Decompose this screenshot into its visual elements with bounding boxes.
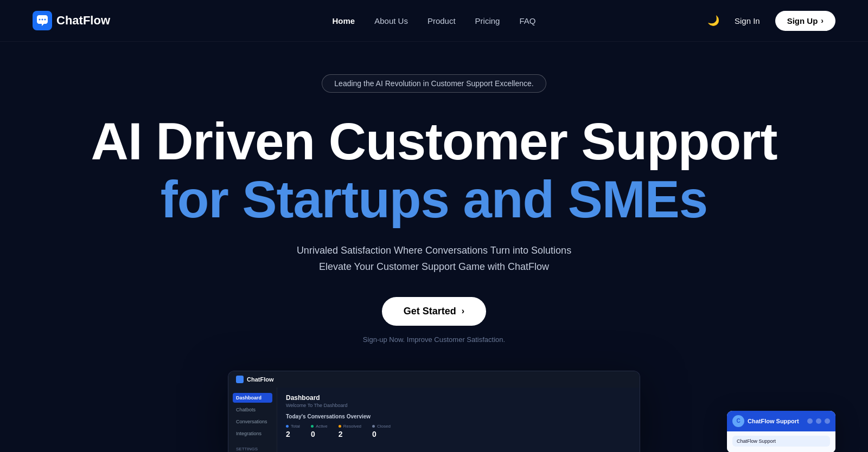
hero-section: Leading the AI Revolution in Customer Su… xyxy=(0,42,868,344)
nav-link-faq[interactable]: FAQ xyxy=(519,16,535,25)
db-stat-resolved: Resolved 2 xyxy=(339,424,361,438)
db-main-subtitle: Welcome To The Dashboard xyxy=(286,403,631,408)
hero-title-line1: AI Driven Customer Support xyxy=(91,114,777,169)
chat-widget-minimize-icon[interactable] xyxy=(807,418,813,424)
sign-up-arrow-icon: › xyxy=(821,16,824,25)
get-started-arrow-icon: › xyxy=(462,306,464,316)
db-stat-closed: Closed 0 xyxy=(372,424,391,438)
hero-title-white: AI Driven Customer Support xyxy=(91,112,777,170)
nav-link-product[interactable]: Product xyxy=(427,16,456,25)
hero-subtitle-line2: Elevate Your Customer Support Game with … xyxy=(319,261,549,272)
db-stat-resolved-value: 2 xyxy=(339,430,361,438)
db-main-title: Dashboard xyxy=(286,394,631,402)
sign-up-label: Sign Up xyxy=(787,16,818,25)
db-stat-active-label: Active xyxy=(311,424,328,429)
db-sidebar: Dashboard Chatbots Conversations Integra… xyxy=(228,388,277,452)
db-stats-row: Total 2 Active 0 Resol xyxy=(286,424,631,438)
hero-title-blue: for Startups and SMEs xyxy=(161,170,707,228)
db-stat-closed-value: 0 xyxy=(372,430,391,438)
db-stat-active: Active 0 xyxy=(311,424,328,438)
chat-widget-expand-icon[interactable] xyxy=(816,418,821,424)
nav-link-pricing[interactable]: Pricing xyxy=(475,16,500,25)
db-sidebar-conversations[interactable]: Conversations xyxy=(233,417,272,427)
db-main-content: Dashboard Welcome To The Dashboard Today… xyxy=(277,388,640,452)
chat-widget-header: C ChatFlow Support xyxy=(727,411,835,431)
brand-name: ChatFlow xyxy=(56,14,110,28)
db-sidebar-integrations[interactable]: Integrations xyxy=(233,429,272,438)
navbar: ChatFlow Home About Us Product Pricing F… xyxy=(0,0,868,42)
dashboard-mockup: ChatFlow Dashboard Chatbots Conversation… xyxy=(228,371,640,452)
hero-subtitle: Unrivaled Satisfaction Where Conversatio… xyxy=(297,242,571,275)
chat-widget-title-row: C ChatFlow Support xyxy=(732,415,799,427)
nav-links-group: Home About Us Product Pricing FAQ xyxy=(333,16,536,25)
db-logo: ChatFlow xyxy=(236,376,274,383)
db-stat-total-dot xyxy=(286,425,289,428)
brand-logo[interactable]: ChatFlow xyxy=(33,11,110,30)
hero-badge: Leading the AI Revolution in Customer Su… xyxy=(322,74,546,93)
db-stat-total: Total 2 xyxy=(286,424,300,438)
chat-widget-avatar: C xyxy=(732,415,744,427)
chat-widget-close-icon[interactable] xyxy=(825,418,830,424)
db-stat-active-value: 0 xyxy=(311,430,328,438)
chat-widget-body: ChatFlow Support xyxy=(727,431,835,452)
chat-widget-controls xyxy=(807,418,830,424)
db-overview-title: Today's Conversations Overview xyxy=(286,414,631,419)
chatflow-logo-icon xyxy=(33,11,52,30)
get-started-button[interactable]: Get Started › xyxy=(382,297,486,326)
dashboard-preview-section: ChatFlow Dashboard Chatbots Conversation… xyxy=(0,371,868,452)
chat-message: ChatFlow Support xyxy=(732,436,830,447)
nav-right-actions: 🌙 Sign In Sign Up › xyxy=(707,11,835,31)
db-sidebar-chatbots[interactable]: Chatbots xyxy=(233,405,272,415)
dark-mode-toggle-icon[interactable]: 🌙 xyxy=(707,15,719,27)
get-started-label: Get Started xyxy=(404,306,456,317)
db-stat-active-dot xyxy=(311,425,314,428)
db-sidebar-settings-label: SETTINGS xyxy=(233,445,272,452)
dashboard-body: Dashboard Chatbots Conversations Integra… xyxy=(228,388,640,452)
hero-subtitle-line1: Unrivaled Satisfaction Where Conversatio… xyxy=(297,245,571,256)
svg-point-3 xyxy=(44,19,46,21)
db-stat-total-label: Total xyxy=(286,424,300,429)
db-logo-dot xyxy=(236,376,244,383)
db-brand-name: ChatFlow xyxy=(247,376,274,383)
nav-link-about[interactable]: About Us xyxy=(374,16,408,25)
chat-widget-title: ChatFlow Support xyxy=(748,418,799,424)
db-stat-closed-dot xyxy=(372,425,375,428)
chat-widget-overlay: C ChatFlow Support ChatFlow Support xyxy=(727,411,835,452)
svg-point-1 xyxy=(39,19,41,21)
db-stat-resolved-dot xyxy=(339,425,341,428)
db-stat-resolved-label: Resolved xyxy=(339,424,361,429)
dashboard-topbar: ChatFlow xyxy=(228,371,640,388)
nav-link-home[interactable]: Home xyxy=(333,16,355,25)
hero-footnote: Sign-up Now. Improve Customer Satisfacti… xyxy=(363,335,505,344)
sign-up-button[interactable]: Sign Up › xyxy=(775,11,835,31)
db-stat-closed-label: Closed xyxy=(372,424,391,429)
db-stat-total-value: 2 xyxy=(286,430,300,438)
hero-title-line2: for Startups and SMEs xyxy=(161,172,707,227)
db-sidebar-dashboard[interactable]: Dashboard xyxy=(233,393,272,403)
svg-point-2 xyxy=(42,19,43,21)
sign-in-button[interactable]: Sign In xyxy=(735,16,760,25)
